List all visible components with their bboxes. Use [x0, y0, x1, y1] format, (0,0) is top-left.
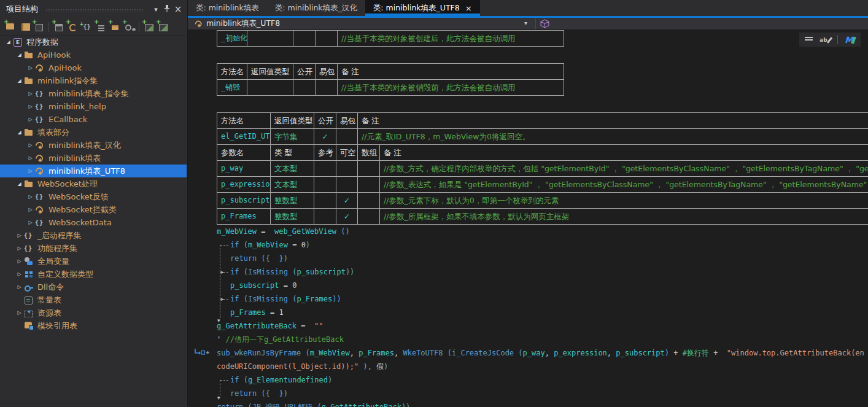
tree-item[interactable]: ▷{}功能程序集: [0, 242, 187, 255]
expander-collapsed-icon[interactable]: ▷: [15, 258, 24, 264]
new-resource-folder-icon[interactable]: [5, 21, 17, 33]
code-line[interactable]: p_subscript = 0: [217, 279, 868, 292]
expander-expanded-icon[interactable]: ◢: [15, 130, 24, 135]
code-line[interactable]: return ({ }): [217, 387, 868, 400]
expander-collapsed-icon[interactable]: ▷: [26, 117, 35, 122]
add-method-icon[interactable]: [95, 21, 107, 33]
code-line[interactable]: if (g_Elementundefined): [217, 373, 868, 387]
table-cell[interactable]: //元素_取ID_UTF8，m_WebView为0将返回空。: [358, 129, 868, 144]
table-cell[interactable]: 公开: [314, 113, 336, 128]
table-cell[interactable]: 方法名: [217, 113, 271, 128]
tree-item[interactable]: ▷ApiHook: [0, 61, 187, 74]
tree-item[interactable]: ◢填表部分: [0, 126, 187, 139]
table-cell[interactable]: [358, 177, 380, 192]
expander-collapsed-icon[interactable]: ▷: [15, 310, 24, 316]
tree-item[interactable]: ◢ApiHook: [0, 48, 187, 61]
table-cell[interactable]: 整数型: [271, 209, 314, 224]
expander-expanded-icon[interactable]: ◢: [15, 181, 24, 187]
code-margin-marker-icon[interactable]: [194, 347, 210, 359]
expander-collapsed-icon[interactable]: ▷: [15, 284, 24, 290]
expander-collapsed-icon[interactable]: ▷: [26, 194, 35, 200]
code-line[interactable]: if (IsMissing (p_subscript)): [217, 265, 868, 279]
tree-item[interactable]: ▷{}miniblink_help: [0, 100, 187, 113]
table-cell[interactable]: p_subscript: [217, 193, 271, 208]
table-cell[interactable]: [314, 161, 336, 176]
table-cell[interactable]: [336, 129, 358, 144]
code-line[interactable]: if (m_WebView = 0): [217, 238, 868, 252]
table-cell[interactable]: [314, 209, 336, 224]
table-cell[interactable]: 参数名: [217, 145, 271, 160]
table-cell[interactable]: [247, 31, 293, 46]
tree-item[interactable]: ▷自定义数据类型: [0, 268, 187, 281]
breadcrumb[interactable]: miniblink填表_UTF8 ▾: [188, 18, 868, 29]
tree-item[interactable]: ▷资源表: [0, 306, 187, 319]
code-line[interactable]: m_WebView = web_GetWebView (): [217, 225, 868, 238]
table-cell[interactable]: //参数_方式，确定程序内部枚举的方式，包括 "getElementById" …: [380, 161, 868, 176]
expander-expanded-icon[interactable]: ◢: [15, 52, 24, 58]
table-cell[interactable]: 公开: [293, 64, 316, 79]
m-logo-icon[interactable]: M: [845, 36, 855, 44]
document-tab-2[interactable]: 类: miniblink填表_UTF8×: [365, 0, 480, 16]
tree-item[interactable]: ▷WebSocket拦截类: [0, 203, 187, 216]
expander-collapsed-icon[interactable]: ▷: [15, 233, 24, 238]
add-window-icon[interactable]: [53, 21, 64, 33]
code-line[interactable]: sub_wkeRunJsByFrame (m_WebView, p_Frames…: [217, 346, 868, 373]
table-cell[interactable]: el_GetID_UTF8: [217, 129, 271, 144]
expander-collapsed-icon[interactable]: ▷: [15, 246, 24, 251]
code-line[interactable]: p_Frames = 1: [217, 306, 868, 319]
pin-icon[interactable]: [161, 4, 172, 14]
table-cell[interactable]: [316, 31, 338, 46]
tree-item[interactable]: ▷全局变量: [0, 255, 187, 268]
tree-item[interactable]: ▷miniblink填表_UTF8: [0, 165, 187, 177]
add-variable-icon[interactable]: [109, 21, 121, 33]
add-code-file-icon[interactable]: {}: [81, 21, 93, 33]
tree-item[interactable]: ▷{}miniblink填表_指令集: [0, 87, 187, 100]
table-cell[interactable]: [293, 31, 316, 46]
tree-item[interactable]: ▷{}ECallback: [0, 113, 187, 126]
table-cell[interactable]: [336, 177, 358, 192]
table-cell[interactable]: 文本型: [271, 161, 314, 176]
code-line[interactable]: return ({ }): [217, 252, 868, 265]
tree-item[interactable]: ◢WebSocket处理: [0, 177, 187, 190]
rename-icon[interactable]: ab: [820, 36, 831, 44]
table-cell[interactable]: p_expression: [217, 177, 271, 192]
table-cell[interactable]: //当基于本类的对象被创建后，此方法会被自动调用: [338, 31, 564, 46]
tree-item[interactable]: ▷miniblink填表: [0, 152, 187, 165]
table-cell[interactable]: 易包: [316, 64, 338, 79]
table-cell[interactable]: [358, 209, 380, 224]
tree-item[interactable]: 常量表: [0, 293, 187, 306]
tree-item[interactable]: ▷miniblink填表_汉化: [0, 139, 187, 152]
table-cell[interactable]: [358, 193, 380, 208]
add-image-resource-icon[interactable]: [143, 21, 155, 33]
expander-collapsed-icon[interactable]: ▷: [15, 271, 24, 277]
format-lines-icon[interactable]: [805, 37, 813, 38]
tree-item[interactable]: ◢miniblink指令集: [0, 74, 187, 87]
table-cell[interactable]: p_Frames: [217, 209, 271, 224]
table-cell[interactable]: [358, 161, 380, 176]
expander-expanded-icon[interactable]: ◢: [15, 78, 24, 83]
panel-menu-chevron-icon[interactable]: ▾: [150, 6, 161, 14]
table-cell[interactable]: [314, 177, 336, 192]
table-cell[interactable]: 返回值类型: [247, 64, 293, 79]
table-cell[interactable]: 方法名: [217, 64, 247, 79]
table-cell[interactable]: [293, 80, 316, 95]
expander-collapsed-icon[interactable]: ▷: [26, 168, 35, 174]
expander-collapsed-icon[interactable]: ▷: [26, 65, 35, 71]
document-tab-0[interactable]: 类: miniblink填表: [188, 0, 267, 16]
table-cell[interactable]: _初始化: [217, 31, 247, 46]
code-area[interactable]: m_WebView = web_GetWebView ()if (m_WebVi…: [217, 225, 868, 407]
table-cell[interactable]: ✓: [314, 129, 336, 144]
table-cell[interactable]: 文本型: [271, 177, 314, 192]
tree-item[interactable]: ▷Dll命令: [0, 281, 187, 293]
code-line[interactable]: if (IsMissing (p_Frames)): [217, 292, 868, 306]
table-cell[interactable]: p_way: [217, 161, 271, 176]
expander-collapsed-icon[interactable]: ▷: [26, 220, 35, 225]
table-cell[interactable]: 备 注: [338, 64, 564, 79]
code-line[interactable]: ' //借用一下g_GetAttributeBack: [217, 333, 868, 346]
table-cell[interactable]: 备 注: [380, 145, 868, 160]
tree-item[interactable]: ▷{}WebSocket反馈: [0, 190, 187, 203]
add-dll-command-icon[interactable]: [123, 21, 135, 33]
add-class-icon[interactable]: [67, 21, 79, 33]
table-cell[interactable]: //参数_所属框架，如果不填本参数，默认为网页主框架: [380, 209, 868, 224]
add-resource-icon[interactable]: [157, 21, 169, 33]
